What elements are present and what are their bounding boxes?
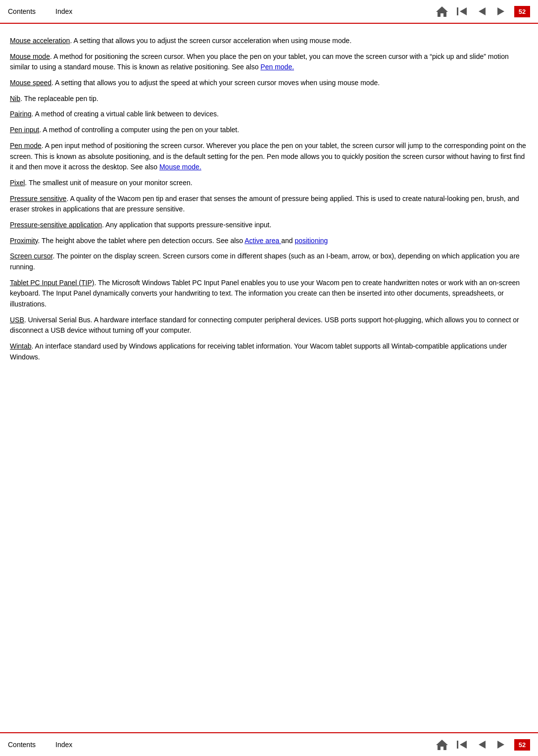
term-mouse-speed: Mouse speed (10, 79, 51, 87)
next-page-button-top[interactable] (492, 2, 510, 20)
entry-nib: Nib. The replaceable pen tip. (10, 94, 528, 104)
body-mouse-mode: . A method for positioning the screen cu… (10, 52, 509, 71)
entry-pen-mode: Pen mode. A pen input method of position… (10, 141, 528, 173)
body-pressure-sensitive-application: . Any application that supports pressure… (102, 221, 271, 229)
svg-marker-2 (460, 7, 467, 15)
nav-right-bottom: 52 (433, 736, 530, 754)
prev-page-icon-bottom (475, 738, 489, 752)
index-link-bottom[interactable]: Index (55, 741, 72, 749)
next-page-icon-bottom (494, 738, 508, 752)
entry-mouse-acceleration: Mouse acceleration. A setting that allow… (10, 36, 528, 47)
body-pressure-sensitive: . A quality of the Wacom pen tip and era… (10, 195, 519, 213)
entry-mouse-mode: Mouse mode. A method for positioning the… (10, 51, 528, 73)
term-proximity: Proximity (10, 237, 38, 245)
prev-page-button-bottom[interactable] (473, 736, 490, 754)
term-pairing: Pairing (10, 110, 32, 118)
svg-marker-4 (497, 7, 504, 15)
nav-icons-bottom (433, 736, 510, 754)
nav-icons-top (433, 2, 510, 20)
svg-marker-8 (479, 741, 486, 749)
next-page-button-bottom[interactable] (492, 736, 510, 754)
bottom-nav-bar: Contents Index (0, 732, 538, 756)
link-pen-mode-from-mouse-mode[interactable]: Pen mode. (260, 63, 294, 71)
first-page-icon-top (455, 4, 469, 18)
term-mouse-acceleration: Mouse acceleration (10, 37, 70, 45)
term-mouse-mode: Mouse mode (10, 52, 50, 60)
next-page-icon-top (494, 4, 508, 18)
body-proximity: . The height above the tablet where pen … (38, 237, 245, 245)
body-pixel: . The smallest unit of measure on your m… (25, 179, 192, 187)
term-pressure-sensitive: Pressure sensitive (10, 195, 66, 202)
term-usb: USB (10, 316, 24, 324)
svg-rect-6 (457, 741, 458, 749)
prev-page-button-top[interactable] (473, 2, 490, 20)
svg-marker-0 (436, 6, 448, 17)
body-mouse-speed: . A setting that allows you to adjust th… (51, 79, 380, 87)
contents-link-top[interactable]: Contents (8, 7, 36, 15)
body-usb: . Universal Serial Bus. A hardware inter… (10, 316, 519, 335)
body-pen-input: . A method of controlling a computer usi… (39, 126, 239, 134)
term-nib: Nib (10, 95, 20, 102)
body-pairing: . A method of creating a virtual cable l… (32, 110, 219, 118)
term-pen-mode: Pen mode (10, 142, 42, 150)
entry-pixel: Pixel. The smallest unit of measure on y… (10, 178, 528, 189)
first-page-button-bottom[interactable] (453, 736, 471, 754)
entry-pressure-sensitive-application: Pressure-sensitive application. Any appl… (10, 220, 528, 231)
nav-left: Contents Index (8, 7, 72, 15)
body-wintab: . An interface standard used by Windows … (10, 342, 507, 361)
body-proximity-and: and (281, 237, 294, 245)
entry-usb: USB. Universal Serial Bus. A hardware in… (10, 315, 528, 336)
entry-pairing: Pairing. A method of creating a virtual … (10, 109, 528, 120)
svg-marker-9 (497, 741, 504, 749)
svg-marker-7 (460, 741, 467, 749)
entry-mouse-speed: Mouse speed. A setting that allows you t… (10, 78, 528, 89)
entry-pen-input: Pen input. A method of controlling a com… (10, 125, 528, 136)
home-button-bottom[interactable] (433, 736, 451, 754)
top-nav-bar: Contents Index (0, 0, 538, 24)
home-icon-bottom (435, 738, 449, 752)
entry-proximity: Proximity. The height above the tablet w… (10, 236, 528, 247)
entry-wintab: Wintab. An interface standard used by Wi… (10, 341, 528, 362)
body-screen-cursor: . The pointer on the display screen. Scr… (10, 252, 520, 271)
page-number-top: 52 (514, 6, 530, 17)
link-mouse-mode-from-pen-mode[interactable]: Mouse mode. (159, 163, 201, 171)
first-page-button-top[interactable] (453, 2, 471, 20)
first-page-icon-bottom (455, 738, 469, 752)
link-active-area[interactable]: Active area (245, 237, 281, 245)
home-icon-top (435, 4, 449, 18)
term-wintab: Wintab (10, 342, 32, 350)
page-number-bottom: 52 (514, 739, 530, 751)
main-content: Mouse acceleration. A setting that allow… (0, 24, 538, 378)
entry-tablet-pc-input-panel: Tablet PC Input Panel (TIP). The Microso… (10, 278, 528, 310)
term-pen-input: Pen input (10, 126, 39, 134)
svg-marker-5 (436, 740, 448, 750)
term-screen-cursor: Screen cursor (10, 252, 52, 260)
entry-pressure-sensitive: Pressure sensitive. A quality of the Wac… (10, 194, 528, 215)
svg-marker-3 (479, 7, 486, 15)
body-pen-mode: . A pen input method of positioning the … (10, 142, 526, 171)
entry-screen-cursor: Screen cursor. The pointer on the displa… (10, 251, 528, 272)
svg-rect-1 (457, 7, 458, 15)
home-button-top[interactable] (433, 2, 451, 20)
index-link-top[interactable]: Index (55, 7, 72, 15)
term-pressure-sensitive-application: Pressure-sensitive application (10, 221, 102, 229)
term-tablet-pc-input-panel: Tablet PC Input Panel (TIP) (10, 279, 94, 287)
link-positioning[interactable]: positioning (294, 237, 328, 245)
body-nib: . The replaceable pen tip. (20, 95, 98, 102)
nav-right: 52 (433, 2, 530, 20)
nav-left-bottom: Contents Index (8, 741, 72, 749)
prev-page-icon-top (475, 4, 489, 18)
contents-link-bottom[interactable]: Contents (8, 741, 36, 749)
term-pixel: Pixel (10, 179, 25, 187)
body-mouse-acceleration: . A setting that allows you to adjust th… (70, 37, 351, 45)
